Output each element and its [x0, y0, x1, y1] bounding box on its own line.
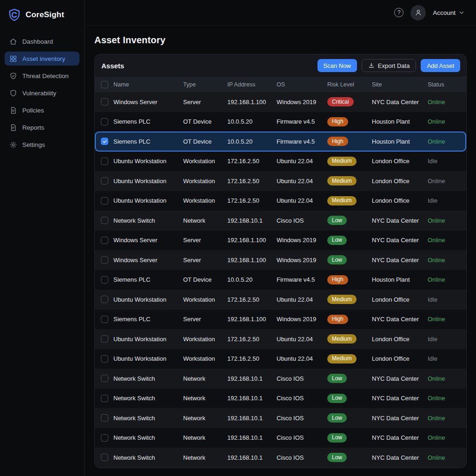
cell-risk: High: [327, 315, 372, 324]
row-checkbox[interactable]: [101, 118, 108, 126]
avatar[interactable]: [410, 5, 426, 20]
table-row[interactable]: Network SwitchNetwork192.168.10.1Cisco I…: [95, 428, 466, 448]
cell-type: Workstation: [183, 158, 227, 165]
col-site: Site: [372, 81, 428, 88]
account-menu[interactable]: Account: [433, 9, 465, 16]
coresight-shield-logo-icon: [7, 8, 21, 22]
table-row[interactable]: Ubuntu WorkstationWorkstation172.16.2.50…: [95, 349, 466, 369]
table-row[interactable]: Network SwitchNetwork192.168.10.1Cisco I…: [95, 211, 466, 231]
cell-name: Ubuntu Workstation: [113, 197, 183, 204]
table-row[interactable]: Network SwitchNetwork192.168.10.1Cisco I…: [95, 448, 466, 468]
table-row[interactable]: Siemens PLCOT Device10.0.5.20Firmware v4…: [95, 112, 466, 132]
scan-now-button[interactable]: Scan Now: [317, 59, 357, 72]
cell-risk: Critical: [327, 97, 372, 106]
status-text: Online: [428, 138, 466, 145]
table-row[interactable]: Windows ServerServer192.168.1.100Windows…: [95, 250, 466, 270]
risk-badge: Low: [327, 374, 347, 383]
select-all-checkbox[interactable]: [101, 81, 108, 88]
cell-ip: 172.16.2.50: [227, 336, 277, 343]
status-text: Idle: [428, 158, 466, 165]
cell-type: Network: [183, 415, 227, 422]
table-row[interactable]: Windows ServerServer192.168.1.100Windows…: [95, 92, 466, 112]
cell-ip: 192.168.10.1: [227, 217, 277, 224]
table-row[interactable]: Ubuntu WorkstationWorkstation172.16.2.50…: [95, 191, 466, 211]
status-text: Online: [428, 99, 466, 106]
status-text: Online: [428, 375, 466, 382]
row-checkbox[interactable]: [101, 158, 108, 165]
status-text: Online: [428, 237, 466, 244]
status-text: Online: [428, 257, 466, 264]
table-row[interactable]: Ubuntu WorkstationWorkstation172.16.2.50…: [95, 329, 466, 349]
cell-site: NYC Data Center: [372, 415, 428, 422]
risk-badge: High: [327, 137, 348, 146]
sidebar-item-reports[interactable]: Reports: [5, 120, 79, 134]
row-checkbox[interactable]: [101, 454, 108, 461]
cell-name: Ubuntu Workstation: [113, 158, 183, 165]
col-os: OS: [277, 81, 327, 88]
cell-site: London Office: [372, 296, 428, 303]
sidebar-item-pollcies[interactable]: Pollcies: [5, 103, 79, 117]
sidebar-item-dashboard[interactable]: Dashboard: [5, 34, 79, 48]
row-checkbox[interactable]: [101, 395, 108, 402]
cell-risk: Low: [327, 433, 372, 443]
row-checkbox[interactable]: [101, 237, 108, 244]
sidebar-item-label: Settings: [22, 141, 45, 148]
cell-ip: 10.0.5.20: [227, 276, 277, 283]
row-checkbox[interactable]: [101, 414, 108, 422]
row-checkbox[interactable]: [101, 217, 108, 224]
cell-os: Ubuntu 22.04: [277, 336, 327, 343]
table-row[interactable]: Network SwitchNetwork192.168.10.1Cisco I…: [95, 389, 466, 409]
cell-name: Windows Server: [113, 237, 183, 244]
cell-name: Network Switch: [113, 415, 183, 422]
row-checkbox[interactable]: [101, 434, 108, 442]
row-checkbox[interactable]: [101, 355, 108, 363]
col-type: Type: [183, 81, 227, 88]
risk-badge: Low: [327, 453, 347, 462]
account-label: Account: [433, 9, 456, 16]
cell-os: Ubuntu 22.04: [277, 296, 327, 303]
cell-name: Network Switch: [113, 434, 183, 441]
sidebar-item-settings[interactable]: Settings: [5, 138, 79, 152]
row-checkbox[interactable]: [101, 98, 108, 106]
cell-ip: 192.168.10.1: [227, 415, 277, 422]
sidebar-item-asset-inventory[interactable]: Asset inventory: [5, 52, 79, 66]
sidebar-item-label: Asset inventory: [22, 55, 65, 62]
row-checkbox[interactable]: [101, 256, 108, 264]
export-data-button[interactable]: Export Data: [362, 59, 416, 72]
table-row[interactable]: Ubuntu WorkstationWorkstation172.16.2.50…: [95, 290, 466, 310]
row-checkbox[interactable]: [101, 375, 108, 382]
risk-badge: Low: [327, 433, 347, 443]
cell-type: Network: [183, 375, 227, 382]
cell-type: OT Device: [183, 276, 227, 283]
risk-badge: Low: [327, 413, 347, 423]
status-text: Online: [428, 454, 466, 461]
table-row[interactable]: Siemens PLCOT Device10.0.5.20Firmware v4…: [95, 132, 466, 152]
sidebar-item-label: Pollcies: [22, 107, 44, 114]
table-row[interactable]: Windows ServerServer192.168.1.100Windows…: [95, 231, 466, 251]
add-asset-button[interactable]: Add Asset: [421, 59, 460, 72]
cell-ip: 192.168.1.100: [227, 237, 277, 244]
table-row[interactable]: Siemens PLCOT Device10.0.5.20Firmware v4…: [95, 270, 466, 290]
help-icon[interactable]: ?: [394, 8, 403, 17]
cell-name: Siemens PLC: [113, 276, 183, 283]
row-checkbox[interactable]: [101, 276, 108, 284]
row-checkbox[interactable]: [101, 138, 108, 145]
table-row[interactable]: Ubuntu WorkstationWorkstation172.16.2.50…: [95, 152, 466, 172]
sidebar-item-threat-detection[interactable]: Threat Detection: [5, 69, 79, 83]
table-row[interactable]: Ubuntu WorkstationWorkstation172.16.2.50…: [95, 171, 466, 191]
sidebar-item-vulnerabiiity[interactable]: Vulnerabiiity: [5, 86, 79, 100]
row-checkbox[interactable]: [101, 335, 108, 343]
row-checkbox[interactable]: [101, 177, 108, 185]
row-checkbox[interactable]: [101, 296, 108, 303]
row-checkbox[interactable]: [101, 316, 108, 323]
brand-name: CoreSight: [26, 10, 64, 20]
cell-type: Workstation: [183, 197, 227, 204]
cell-risk: Medium: [327, 157, 372, 166]
cell-ip: 192.168.1.100: [227, 99, 277, 106]
table-row[interactable]: Network SwitchNetwork192.168.10.1Cisco I…: [95, 408, 466, 428]
sidebar-item-label: Vulnerabiiity: [22, 90, 56, 97]
table-row[interactable]: Network SwitchNetwork192.168.10.1Cisco I…: [95, 369, 466, 389]
cell-site: Houston Plant: [372, 276, 428, 283]
row-checkbox[interactable]: [101, 197, 108, 205]
table-row[interactable]: Siemens PLCServer192.168.1.100Windows 20…: [95, 310, 466, 330]
